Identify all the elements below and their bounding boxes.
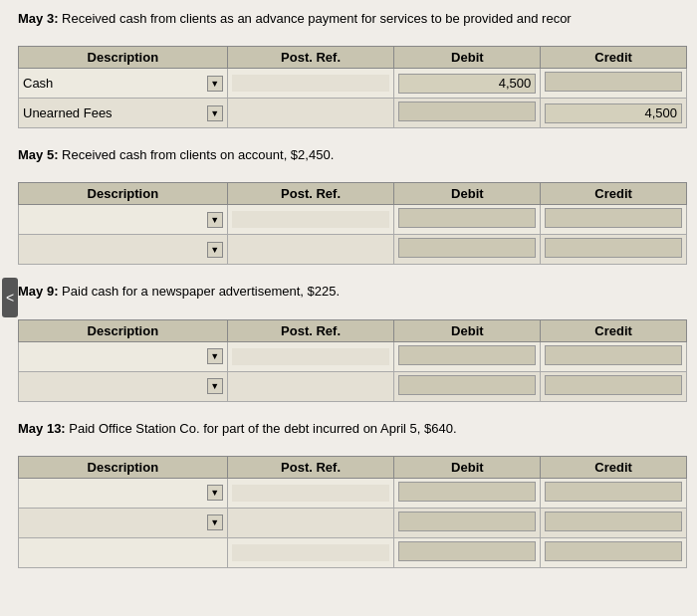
- description-header-may9: Description: [19, 319, 228, 341]
- description-input-may13-0[interactable]: [23, 486, 203, 501]
- debit-value-may5-1[interactable]: [398, 238, 536, 258]
- credit-value-may3-0[interactable]: [545, 72, 682, 92]
- table-row: ▼4,500: [19, 99, 687, 128]
- description-header-may5: Description: [19, 183, 228, 205]
- debit-value-may13-0[interactable]: [398, 482, 536, 502]
- debit-value-may5-0[interactable]: [398, 208, 536, 228]
- postref-input-may5-1[interactable]: [232, 241, 390, 258]
- description-input-may13-1[interactable]: [23, 515, 203, 530]
- postref-input-may3-0[interactable]: [232, 75, 390, 92]
- postref-cell-may9-0: [227, 341, 394, 371]
- postref-input-may9-1[interactable]: [232, 378, 390, 395]
- postref-input-may9-0[interactable]: [232, 348, 390, 365]
- credit-value-may5-1[interactable]: [545, 238, 682, 258]
- credit-cell-may9-1: [541, 371, 687, 401]
- credit-header-may13: Credit: [541, 456, 687, 478]
- desc-cell-may3-1: ▼: [19, 99, 228, 128]
- intro-text-may13: Paid Office Station Co. for part of the …: [69, 421, 456, 436]
- description-dropdown-may3-1[interactable]: ▼: [207, 105, 223, 121]
- credit-value-may9-0[interactable]: [545, 345, 682, 365]
- desc-cell-may5-0: ▼: [19, 205, 228, 235]
- credit-value-may13-1[interactable]: [545, 512, 682, 531]
- debit-cell-may9-1: [394, 371, 541, 401]
- credit-value-may5-0[interactable]: [545, 208, 682, 228]
- description-input-may3-1[interactable]: [23, 105, 203, 120]
- description-input-may9-1[interactable]: [23, 379, 203, 394]
- table-section-may5: DescriptionPost. Ref.DebitCredit▼▼: [18, 182, 687, 265]
- debit-cell-may5-0: [394, 205, 541, 235]
- postref-cell-may13-2: [227, 537, 394, 567]
- debit-cell-may5-1: [394, 235, 541, 265]
- journal-table-may9: DescriptionPost. Ref.DebitCredit▼▼: [18, 319, 687, 402]
- postref-header-may3: Post. Ref.: [227, 47, 394, 69]
- intro-label-may9: May 9:: [18, 284, 58, 299]
- debit-cell-may3-1: [394, 99, 541, 128]
- credit-cell-may13-2: [541, 537, 687, 567]
- table-row: ▼: [19, 341, 687, 371]
- credit-cell-may3-1: 4,500: [541, 99, 687, 128]
- desc-cell-may9-1: ▼: [19, 371, 228, 401]
- postref-header-may9: Post. Ref.: [227, 319, 394, 341]
- description-input-may3-0[interactable]: [23, 76, 203, 91]
- debit-value-may9-0[interactable]: [398, 345, 536, 365]
- postref-cell-may13-1: [227, 508, 394, 537]
- postref-header-may13: Post. Ref.: [227, 456, 394, 478]
- postref-input-may13-0[interactable]: [232, 485, 390, 502]
- intro-may13: May 13: Paid Office Station Co. for part…: [18, 420, 687, 438]
- nav-arrow-back[interactable]: <: [2, 278, 18, 317]
- postref-input-may13-1[interactable]: [232, 514, 390, 531]
- intro-text-may3: Received cash from clients as an advance…: [62, 11, 572, 26]
- intro-may9: May 9: Paid cash for a newspaper adverti…: [18, 283, 687, 301]
- debit-value-may3-0[interactable]: 4,500: [398, 74, 536, 94]
- debit-value-may13-1[interactable]: [398, 512, 536, 531]
- intro-label-may13: May 13:: [18, 421, 66, 436]
- table-section-may13: DescriptionPost. Ref.DebitCredit▼▼: [18, 456, 687, 568]
- debit-header-may9: Debit: [394, 319, 541, 341]
- debit-cell-may13-2: [394, 537, 541, 567]
- intro-label-may3: May 3:: [18, 11, 58, 26]
- description-dropdown-may5-1[interactable]: ▼: [207, 242, 223, 258]
- desc-cell-may9-0: ▼: [19, 341, 228, 371]
- postref-input-may5-0[interactable]: [232, 211, 390, 228]
- table-section-may9: DescriptionPost. Ref.DebitCredit▼▼: [18, 319, 687, 402]
- debit-value-may3-1[interactable]: [398, 102, 536, 121]
- description-dropdown-may9-1[interactable]: ▼: [207, 378, 223, 394]
- debit-cell-may13-0: [394, 478, 541, 508]
- description-dropdown-may3-0[interactable]: ▼: [207, 76, 223, 92]
- description-dropdown-may13-1[interactable]: ▼: [207, 514, 223, 530]
- credit-cell-may5-1: [541, 235, 687, 265]
- description-input-may5-0[interactable]: [23, 212, 203, 227]
- credit-value-may9-1[interactable]: [545, 375, 682, 395]
- debit-value-may9-1[interactable]: [398, 375, 536, 395]
- credit-value-may13-2[interactable]: [545, 541, 682, 561]
- postref-cell-may3-1: [227, 99, 394, 128]
- debit-value-may13-2[interactable]: [398, 541, 536, 561]
- intro-label-may5: May 5:: [18, 147, 58, 162]
- journal-table-may3: DescriptionPost. Ref.DebitCredit▼4,500▼4…: [18, 46, 687, 128]
- debit-header-may3: Debit: [394, 47, 541, 69]
- credit-value-may3-1[interactable]: 4,500: [545, 103, 682, 123]
- credit-cell-may13-0: [541, 478, 687, 508]
- desc-cell-may5-1: ▼: [19, 235, 228, 265]
- description-input-may9-0[interactable]: [23, 349, 203, 364]
- table-row: ▼: [19, 478, 687, 508]
- desc-cell-may13-0: ▼: [19, 478, 228, 508]
- postref-cell-may13-0: [227, 478, 394, 508]
- postref-cell-may9-1: [227, 371, 394, 401]
- description-dropdown-may13-0[interactable]: ▼: [207, 485, 223, 501]
- description-header-may13: Description: [19, 456, 228, 478]
- table-row: [19, 537, 687, 567]
- postref-input-may13-2[interactable]: [232, 544, 390, 561]
- credit-header-may3: Credit: [541, 47, 687, 69]
- intro-may5: May 5: Received cash from clients on acc…: [18, 146, 687, 164]
- description-dropdown-may9-0[interactable]: ▼: [207, 348, 223, 364]
- page-container: < May 3: Received cash from clients as a…: [0, 0, 697, 596]
- description-dropdown-may5-0[interactable]: ▼: [207, 212, 223, 228]
- description-input-may5-1[interactable]: [23, 242, 203, 257]
- description-input-may13-2[interactable]: [23, 545, 223, 560]
- sections-container: May 3: Received cash from clients as an …: [18, 10, 687, 568]
- postref-input-may3-1[interactable]: [232, 104, 390, 121]
- credit-value-may13-0[interactable]: [545, 482, 682, 502]
- debit-cell-may13-1: [394, 508, 541, 537]
- table-row: ▼: [19, 205, 687, 235]
